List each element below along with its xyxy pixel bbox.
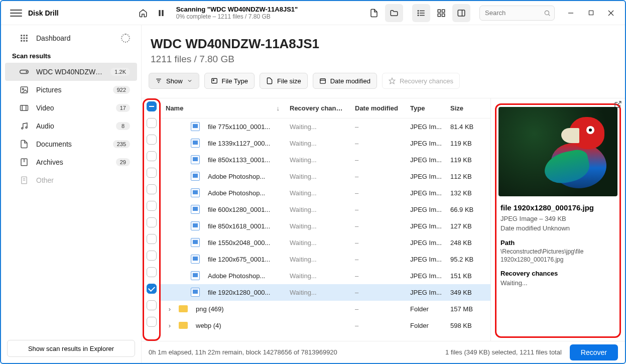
row-checkbox[interactable] [147,201,157,211]
file-name: file 600x1280_0001... [208,206,270,213]
show-in-explorer-button[interactable]: Show scan results in Explorer [7,340,135,357]
file-icon [191,271,200,280]
table-row[interactable]: Adobe Photoshop...Waiting...–JPEG Im...1… [161,185,490,201]
sidebar-item-drive[interactable]: WDC WD40NDZW-11A... 1.2K [5,63,137,81]
cell-date: – [350,173,405,180]
svg-rect-26 [21,40,22,42]
svg-rect-9 [442,10,445,12]
svg-point-36 [22,128,23,129]
svg-rect-0 [159,10,160,16]
search-input[interactable] [479,6,555,21]
row-checkbox[interactable] [147,168,157,178]
row-checkbox[interactable] [147,217,157,227]
table-row[interactable]: ›webp (4)–Folder598 KB [161,317,490,334]
scan-status: Scanning "WDC WD40NDZW-11A8JS1" 0% compl… [176,6,302,20]
svg-rect-46 [211,78,217,83]
svg-rect-17 [589,11,593,15]
cell-recovery: Waiting... [285,206,350,213]
table-row[interactable]: ›png (469)–Folder157 MB [161,301,490,317]
cell-recovery: Waiting... [285,189,350,197]
table-header: Name↓ Recovery chances Date modified Typ… [161,98,490,118]
row-checkbox[interactable] [147,184,157,194]
cell-date: – [350,289,405,296]
expand-icon[interactable]: › [166,322,174,329]
table-row[interactable]: file 1200x675_0001...Waiting...–JPEG Im.… [161,251,490,268]
sidebar-item-video[interactable]: Video 17 [5,99,137,117]
cell-type: JPEG Im... [405,272,445,280]
table-row[interactable]: file 850x1618_0001...Waiting...–JPEG Im.… [161,218,490,234]
row-checkbox[interactable] [147,234,157,244]
row-checkbox[interactable] [147,267,157,277]
table-row[interactable]: file 1920x1280_000...Waiting...–JPEG Im.… [161,284,490,301]
row-checkbox[interactable] [147,251,157,261]
row-checkbox[interactable] [147,300,157,310]
audio-icon [19,121,29,131]
row-checkbox[interactable] [147,284,157,294]
preview-panel: file 1920x1280_000176.jpg JPEG Image – 3… [490,98,625,341]
cell-type: JPEG Im... [405,222,445,230]
table-row[interactable]: file 600x1280_0001...Waiting...–JPEG Im.… [161,201,490,218]
row-checkbox[interactable] [147,151,157,161]
svg-rect-10 [438,14,440,16]
select-all-checkbox[interactable] [147,101,157,111]
expand-icon[interactable]: › [166,305,174,313]
other-icon [19,175,29,185]
recovery-chances-filter[interactable]: Recovery chances [382,73,460,89]
sidebar: Dashboard Scan results WDC WD40NDZW-11A.… [1,25,142,363]
cell-size: 157 MB [445,305,490,313]
svg-rect-25 [26,38,28,39]
col-size-header[interactable]: Size [445,104,490,112]
file-size-filter[interactable]: File size [260,73,308,89]
documents-icon [19,139,29,149]
svg-point-6 [418,13,419,14]
file-type-filter[interactable]: File Type [204,73,255,89]
status-selection: 1 files (349 KB) selected, 1211 files to… [445,348,562,356]
panel-view-button[interactable] [452,4,470,22]
cell-recovery: Waiting... [285,173,350,180]
folder-view-button[interactable] [385,4,403,22]
table-row[interactable]: Adobe Photoshop...Waiting...–JPEG Im...1… [161,268,490,284]
drive-icon [19,67,29,77]
sidebar-item-pictures[interactable]: Pictures 922 [5,81,137,99]
recover-button[interactable]: Recover [570,344,618,360]
col-type-header[interactable]: Type [405,104,445,112]
cell-recovery: Waiting... [285,156,350,164]
table-row[interactable]: file 1550x2048_000...Waiting...–JPEG Im.… [161,234,490,251]
sidebar-item-archives[interactable]: Archives 29 [5,153,137,171]
row-checkbox[interactable] [147,135,157,145]
menu-icon[interactable] [10,7,22,19]
svg-rect-22 [26,35,28,36]
show-filter[interactable]: Show [149,73,199,89]
col-name-header[interactable]: Name [166,104,183,112]
table-row[interactable]: file 775x1100_0001...Waiting...–JPEG Im.… [161,118,490,135]
preview-image [498,107,617,196]
table-row[interactable]: Adobe Photoshop...Waiting...–JPEG Im...1… [161,168,490,185]
cell-date: – [350,140,405,147]
cell-type: Folder [405,305,445,313]
cell-date: – [350,305,405,313]
cell-type: JPEG Im... [405,239,445,247]
list-view-button[interactable] [412,4,430,22]
date-modified-filter[interactable]: Date modified [313,73,377,89]
search-field[interactable] [479,6,555,21]
sidebar-dashboard[interactable]: Dashboard [5,29,137,47]
close-button[interactable] [602,6,620,21]
grid-view-button[interactable] [432,4,450,22]
table-row[interactable]: file 850x1133_0001...Waiting...–JPEG Im.… [161,152,490,168]
sidebar-item-audio[interactable]: Audio 8 [5,117,137,135]
table-row[interactable]: file 1339x1127_000...Waiting...–JPEG Im.… [161,135,490,152]
maximize-button[interactable] [582,6,600,21]
minimize-button[interactable] [562,6,580,21]
pause-button[interactable] [152,4,170,22]
file-view-button[interactable] [365,4,383,22]
col-recovery-header[interactable]: Recovery chances [285,104,350,112]
file-icon [191,155,200,164]
svg-point-30 [26,71,27,72]
home-button[interactable] [134,4,152,22]
file-name: Adobe Photoshop... [208,173,265,180]
col-date-header[interactable]: Date modified [350,104,405,112]
row-checkbox[interactable] [147,317,157,327]
sidebar-item-documents[interactable]: Documents 235 [5,135,137,153]
sidebar-item-other[interactable]: Other [5,171,137,189]
row-checkbox[interactable] [147,118,157,128]
